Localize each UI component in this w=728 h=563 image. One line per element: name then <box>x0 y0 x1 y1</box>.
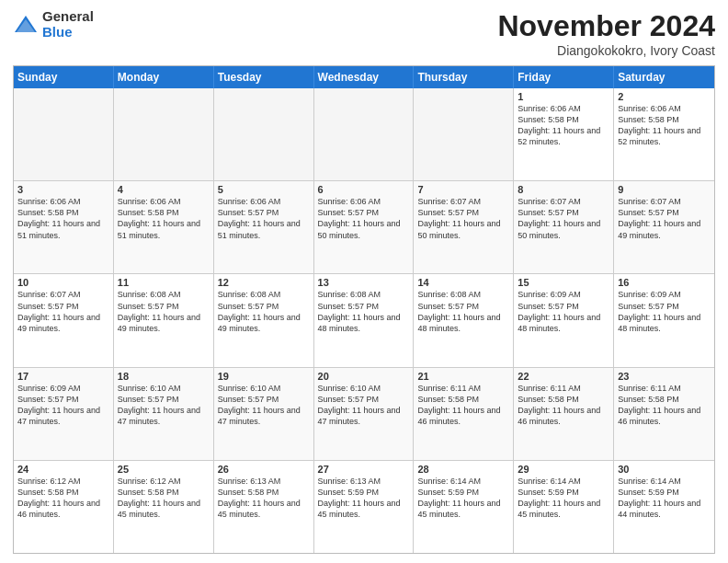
header-day-wednesday: Wednesday <box>314 66 415 88</box>
day-info: Sunrise: 6:09 AM Sunset: 5:57 PM Dayligh… <box>618 289 711 334</box>
calendar-cell: 5Sunrise: 6:06 AM Sunset: 5:57 PM Daylig… <box>214 181 314 273</box>
day-number: 17 <box>17 371 109 382</box>
day-number: 12 <box>218 277 310 288</box>
day-info: Sunrise: 6:07 AM Sunset: 5:57 PM Dayligh… <box>417 196 509 241</box>
month-title: November 2024 <box>497 9 715 43</box>
day-number: 2 <box>618 91 711 102</box>
calendar-cell: 9Sunrise: 6:07 AM Sunset: 5:57 PM Daylig… <box>614 181 714 273</box>
day-info: Sunrise: 6:09 AM Sunset: 5:57 PM Dayligh… <box>518 289 609 334</box>
calendar: SundayMondayTuesdayWednesdayThursdayFrid… <box>13 65 715 554</box>
calendar-cell: 4Sunrise: 6:06 AM Sunset: 5:58 PM Daylig… <box>114 181 214 273</box>
calendar-cell: 10Sunrise: 6:07 AM Sunset: 5:57 PM Dayli… <box>14 274 114 366</box>
day-number: 23 <box>618 371 711 382</box>
calendar-cell: 1Sunrise: 6:06 AM Sunset: 5:58 PM Daylig… <box>514 88 614 180</box>
calendar-cell: 11Sunrise: 6:08 AM Sunset: 5:57 PM Dayli… <box>114 274 214 366</box>
calendar-cell: 27Sunrise: 6:13 AM Sunset: 5:59 PM Dayli… <box>314 461 415 553</box>
day-number: 19 <box>218 371 310 382</box>
calendar-cell: 17Sunrise: 6:09 AM Sunset: 5:57 PM Dayli… <box>14 368 114 460</box>
day-info: Sunrise: 6:12 AM Sunset: 5:58 PM Dayligh… <box>118 476 210 521</box>
day-number: 9 <box>618 184 711 195</box>
day-info: Sunrise: 6:12 AM Sunset: 5:58 PM Dayligh… <box>17 476 109 521</box>
day-number: 22 <box>518 371 609 382</box>
day-info: Sunrise: 6:06 AM Sunset: 5:58 PM Dayligh… <box>618 103 711 148</box>
day-number: 13 <box>318 277 410 288</box>
logo-general: General <box>42 9 94 25</box>
header: General Blue November 2024 Diangokokokro… <box>13 9 715 58</box>
calendar-week-2: 3Sunrise: 6:06 AM Sunset: 5:58 PM Daylig… <box>14 180 714 273</box>
calendar-week-1: 1Sunrise: 6:06 AM Sunset: 5:58 PM Daylig… <box>14 88 714 180</box>
day-info: Sunrise: 6:06 AM Sunset: 5:58 PM Dayligh… <box>17 196 109 241</box>
day-number: 21 <box>417 371 509 382</box>
day-info: Sunrise: 6:08 AM Sunset: 5:57 PM Dayligh… <box>417 289 509 334</box>
day-info: Sunrise: 6:08 AM Sunset: 5:57 PM Dayligh… <box>218 289 310 334</box>
calendar-cell: 8Sunrise: 6:07 AM Sunset: 5:57 PM Daylig… <box>514 181 614 273</box>
header-day-thursday: Thursday <box>414 66 514 88</box>
day-number: 18 <box>118 371 210 382</box>
calendar-cell: 20Sunrise: 6:10 AM Sunset: 5:57 PM Dayli… <box>314 368 415 460</box>
day-number: 3 <box>17 184 109 195</box>
logo-text: General Blue <box>42 9 94 40</box>
calendar-cell: 2Sunrise: 6:06 AM Sunset: 5:58 PM Daylig… <box>614 88 714 180</box>
day-number: 20 <box>318 371 410 382</box>
day-info: Sunrise: 6:06 AM Sunset: 5:58 PM Dayligh… <box>118 196 210 241</box>
day-info: Sunrise: 6:13 AM Sunset: 5:58 PM Dayligh… <box>218 476 310 521</box>
day-number: 16 <box>618 277 711 288</box>
day-info: Sunrise: 6:09 AM Sunset: 5:57 PM Dayligh… <box>17 383 109 428</box>
day-number: 30 <box>618 464 711 475</box>
calendar-cell: 25Sunrise: 6:12 AM Sunset: 5:58 PM Dayli… <box>114 461 214 553</box>
day-number: 27 <box>318 464 410 475</box>
day-number: 28 <box>417 464 509 475</box>
day-info: Sunrise: 6:08 AM Sunset: 5:57 PM Dayligh… <box>118 289 210 334</box>
day-number: 4 <box>118 184 210 195</box>
header-day-monday: Monday <box>114 66 214 88</box>
day-info: Sunrise: 6:14 AM Sunset: 5:59 PM Dayligh… <box>417 476 509 521</box>
page: General Blue November 2024 Diangokokokro… <box>0 0 728 563</box>
calendar-cell: 3Sunrise: 6:06 AM Sunset: 5:58 PM Daylig… <box>14 181 114 273</box>
calendar-cell: 12Sunrise: 6:08 AM Sunset: 5:57 PM Dayli… <box>214 274 314 366</box>
calendar-cell: 6Sunrise: 6:06 AM Sunset: 5:57 PM Daylig… <box>314 181 415 273</box>
calendar-cell <box>14 88 114 180</box>
calendar-cell: 26Sunrise: 6:13 AM Sunset: 5:58 PM Dayli… <box>214 461 314 553</box>
calendar-cell: 13Sunrise: 6:08 AM Sunset: 5:57 PM Dayli… <box>314 274 415 366</box>
day-number: 25 <box>118 464 210 475</box>
day-number: 1 <box>518 91 609 102</box>
calendar-cell: 24Sunrise: 6:12 AM Sunset: 5:58 PM Dayli… <box>14 461 114 553</box>
day-info: Sunrise: 6:10 AM Sunset: 5:57 PM Dayligh… <box>218 383 310 428</box>
calendar-cell: 28Sunrise: 6:14 AM Sunset: 5:59 PM Dayli… <box>414 461 514 553</box>
calendar-header: SundayMondayTuesdayWednesdayThursdayFrid… <box>14 66 714 88</box>
calendar-cell: 15Sunrise: 6:09 AM Sunset: 5:57 PM Dayli… <box>514 274 614 366</box>
day-info: Sunrise: 6:07 AM Sunset: 5:57 PM Dayligh… <box>618 196 711 241</box>
title-block: November 2024 Diangokokokro, Ivory Coast <box>497 9 715 58</box>
header-day-saturday: Saturday <box>614 66 714 88</box>
day-info: Sunrise: 6:13 AM Sunset: 5:59 PM Dayligh… <box>318 476 410 521</box>
day-number: 8 <box>518 184 609 195</box>
calendar-cell: 29Sunrise: 6:14 AM Sunset: 5:59 PM Dayli… <box>514 461 614 553</box>
calendar-body: 1Sunrise: 6:06 AM Sunset: 5:58 PM Daylig… <box>14 88 714 553</box>
day-info: Sunrise: 6:14 AM Sunset: 5:59 PM Dayligh… <box>518 476 609 521</box>
day-info: Sunrise: 6:10 AM Sunset: 5:57 PM Dayligh… <box>318 383 410 428</box>
calendar-cell: 16Sunrise: 6:09 AM Sunset: 5:57 PM Dayli… <box>614 274 714 366</box>
calendar-cell: 30Sunrise: 6:14 AM Sunset: 5:59 PM Dayli… <box>614 461 714 553</box>
day-info: Sunrise: 6:10 AM Sunset: 5:57 PM Dayligh… <box>118 383 210 428</box>
logo-icon <box>13 12 39 38</box>
calendar-cell <box>114 88 214 180</box>
calendar-week-3: 10Sunrise: 6:07 AM Sunset: 5:57 PM Dayli… <box>14 273 714 366</box>
day-info: Sunrise: 6:06 AM Sunset: 5:57 PM Dayligh… <box>318 196 410 241</box>
day-number: 24 <box>17 464 109 475</box>
header-day-tuesday: Tuesday <box>214 66 314 88</box>
day-info: Sunrise: 6:06 AM Sunset: 5:57 PM Dayligh… <box>218 196 310 241</box>
calendar-week-4: 17Sunrise: 6:09 AM Sunset: 5:57 PM Dayli… <box>14 367 714 460</box>
day-info: Sunrise: 6:11 AM Sunset: 5:58 PM Dayligh… <box>618 383 711 428</box>
day-number: 11 <box>118 277 210 288</box>
calendar-week-5: 24Sunrise: 6:12 AM Sunset: 5:58 PM Dayli… <box>14 460 714 553</box>
day-number: 6 <box>318 184 410 195</box>
subtitle: Diangokokokro, Ivory Coast <box>497 43 715 58</box>
header-day-sunday: Sunday <box>14 66 114 88</box>
day-info: Sunrise: 6:14 AM Sunset: 5:59 PM Dayligh… <box>618 476 711 521</box>
calendar-cell <box>214 88 314 180</box>
calendar-cell: 21Sunrise: 6:11 AM Sunset: 5:58 PM Dayli… <box>414 368 514 460</box>
day-number: 26 <box>218 464 310 475</box>
logo: General Blue <box>13 9 94 40</box>
calendar-cell: 19Sunrise: 6:10 AM Sunset: 5:57 PM Dayli… <box>214 368 314 460</box>
day-number: 10 <box>17 277 109 288</box>
